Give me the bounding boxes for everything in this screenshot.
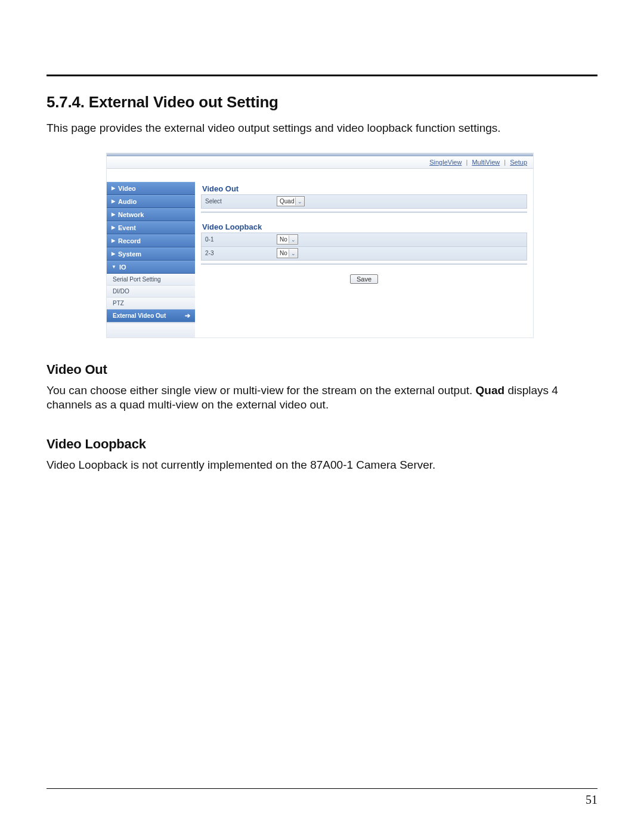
top-rule bbox=[47, 75, 597, 76]
loopback-row-2-3: 2-3 No ⌄ bbox=[201, 247, 527, 261]
sidebar-item-label: System bbox=[118, 250, 141, 258]
video-out-paragraph: You can choose either single view or mul… bbox=[47, 383, 597, 413]
sidebar-item-audio[interactable]: ▶ Audio bbox=[107, 195, 195, 208]
content-area: Video Out Select Quad ⌄ Video Loopback 0… bbox=[195, 169, 533, 337]
triangle-right-icon: ▶ bbox=[112, 225, 115, 230]
sidebar-item-label: External Video Out bbox=[113, 312, 166, 319]
video-out-select[interactable]: Quad ⌄ bbox=[277, 196, 305, 206]
video-loopback-subheading: Video Loopback bbox=[47, 436, 597, 452]
sidebar-sub-serial[interactable]: Serial Port Setting bbox=[107, 274, 195, 286]
video-out-select-row: Select Quad ⌄ bbox=[201, 194, 527, 209]
loopback-select-0-1[interactable]: No ⌄ bbox=[277, 234, 298, 244]
arrow-right-icon: ➔ bbox=[185, 312, 190, 320]
triangle-right-icon: ▶ bbox=[112, 212, 115, 217]
sidebar-item-label: IO bbox=[119, 264, 126, 271]
video-loopback-group-title: Video Loopback bbox=[202, 222, 527, 231]
sidebar-bottom-pad bbox=[107, 323, 195, 337]
triangle-right-icon: ▶ bbox=[112, 185, 115, 191]
sidebar-item-network[interactable]: ▶ Network bbox=[107, 208, 195, 221]
embedded-settings-panel: SingleView | MultiView | Setup ▶ Video ▶… bbox=[106, 153, 534, 338]
topbar: SingleView | MultiView | Setup bbox=[107, 156, 533, 169]
loopback-label-0-1: 0-1 bbox=[205, 236, 277, 243]
video-out-subheading: Video Out bbox=[47, 362, 597, 377]
sidebar-sub-dido[interactable]: DI/DO bbox=[107, 286, 195, 298]
sidebar-sub-ptz[interactable]: PTZ bbox=[107, 298, 195, 309]
save-button[interactable]: Save bbox=[350, 274, 378, 284]
sidebar-sub-external-video-out[interactable]: External Video Out ➔ bbox=[107, 309, 195, 323]
sidebar-item-label: Video bbox=[118, 185, 136, 192]
sidebar-item-label: Record bbox=[118, 237, 141, 244]
sidebar-item-io[interactable]: ▼ IO bbox=[107, 261, 195, 274]
sidebar-item-event[interactable]: ▶ Event bbox=[107, 221, 195, 234]
chevron-down-icon: ⌄ bbox=[289, 236, 298, 243]
select-value: Quad bbox=[280, 198, 294, 205]
select-value: No bbox=[280, 250, 287, 256]
sep-icon: | bbox=[463, 159, 470, 166]
triangle-down-icon: ▼ bbox=[112, 264, 116, 270]
triangle-right-icon: ▶ bbox=[112, 238, 115, 243]
sidebar-item-system[interactable]: ▶ System bbox=[107, 247, 195, 261]
intro-text: This page provides the external video ou… bbox=[47, 121, 597, 136]
loopback-select-2-3[interactable]: No ⌄ bbox=[277, 248, 298, 258]
video-out-group-title: Video Out bbox=[202, 184, 527, 193]
page-number: 51 bbox=[586, 793, 597, 807]
video-loopback-paragraph: Video Loopback is not currently implemen… bbox=[47, 458, 597, 473]
sidebar-item-label: Network bbox=[118, 211, 144, 218]
sep-icon: | bbox=[501, 159, 508, 166]
bottom-rule bbox=[47, 788, 597, 789]
sidebar-item-label: Event bbox=[118, 224, 136, 231]
text-a: You can choose either single view or mul… bbox=[47, 384, 476, 397]
chevron-down-icon: ⌄ bbox=[289, 249, 298, 257]
sidebar-item-video[interactable]: ▶ Video bbox=[107, 182, 195, 195]
divider bbox=[201, 263, 527, 265]
loopback-label-2-3: 2-3 bbox=[205, 250, 277, 256]
sidebar-item-label: Audio bbox=[118, 198, 137, 205]
divider bbox=[201, 211, 527, 213]
select-value: No bbox=[280, 236, 287, 243]
chevron-down-icon: ⌄ bbox=[295, 197, 304, 205]
loopback-row-0-1: 0-1 No ⌄ bbox=[201, 233, 527, 247]
link-setup[interactable]: Setup bbox=[510, 159, 527, 166]
triangle-right-icon: ▶ bbox=[112, 199, 115, 204]
video-out-select-label: Select bbox=[205, 198, 277, 205]
link-singleview[interactable]: SingleView bbox=[429, 159, 462, 166]
text-bold-quad: Quad bbox=[476, 384, 505, 397]
link-multiview[interactable]: MultiView bbox=[472, 159, 500, 166]
section-heading: 5.7.4. External Video out Setting bbox=[47, 93, 597, 112]
triangle-right-icon: ▶ bbox=[112, 251, 115, 256]
sidebar-item-record[interactable]: ▶ Record bbox=[107, 234, 195, 247]
sidebar: ▶ Video ▶ Audio ▶ Network ▶ Event ▶ Re bbox=[107, 169, 195, 337]
